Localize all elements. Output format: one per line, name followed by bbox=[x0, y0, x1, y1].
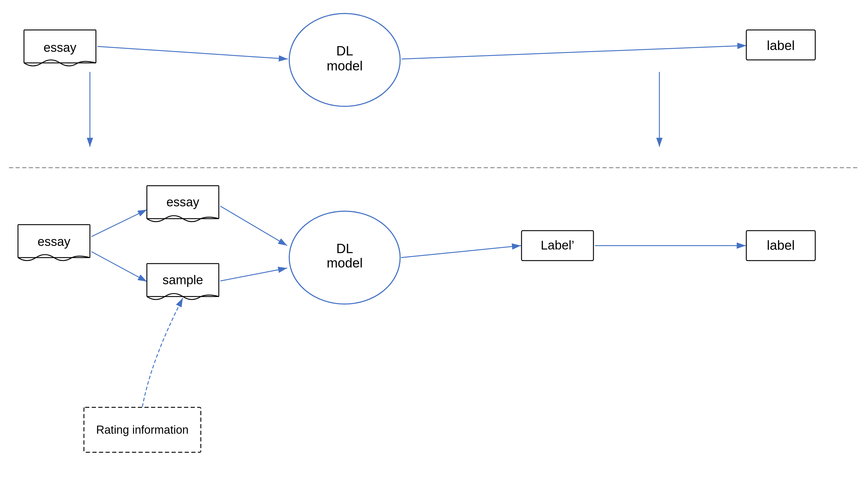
top-arrow-essay-to-dl bbox=[97, 46, 288, 59]
top-essay-shape: essay bbox=[24, 30, 96, 66]
bottom-label-text: label bbox=[767, 238, 795, 252]
bottom-essay-shape: essay bbox=[147, 186, 219, 222]
svg-line-25 bbox=[401, 245, 521, 258]
svg-line-19 bbox=[91, 252, 147, 282]
top-dl-label1: DL bbox=[336, 43, 353, 58]
bottom-sample-label: sample bbox=[163, 273, 203, 287]
svg-line-22 bbox=[220, 206, 287, 245]
top-label-box: label bbox=[746, 30, 815, 60]
svg-line-2 bbox=[97, 46, 288, 59]
top-label-text: label bbox=[767, 38, 795, 53]
bottom-dl-label2: model bbox=[327, 255, 363, 270]
rating-to-sample-arrow bbox=[142, 298, 183, 407]
bottom-essay-input-shape: essay bbox=[18, 224, 90, 261]
rating-info-text: Rating information bbox=[96, 423, 188, 436]
top-essay-label: essay bbox=[43, 40, 76, 54]
rating-info-box: Rating information bbox=[84, 407, 201, 452]
bottom-sample-shape: sample bbox=[147, 264, 219, 300]
top-dl-model-ellipse: DL model bbox=[289, 13, 400, 106]
svg-line-23 bbox=[220, 268, 287, 281]
bottom-essay-label: essay bbox=[166, 195, 199, 209]
svg-line-18 bbox=[91, 210, 147, 237]
bottom-dl-model-ellipse: DL model bbox=[289, 211, 400, 304]
bottom-essay-input-label: essay bbox=[38, 234, 70, 249]
svg-line-13 bbox=[402, 45, 746, 59]
label-prime-text: Label’ bbox=[541, 238, 574, 252]
top-dl-label2: model bbox=[327, 59, 363, 73]
bottom-label-box: label bbox=[746, 231, 815, 261]
label-prime-box: Label’ bbox=[521, 231, 593, 261]
bottom-dl-label1: DL bbox=[336, 241, 353, 256]
diagram-container: essay DL model bbox=[0, 0, 868, 502]
